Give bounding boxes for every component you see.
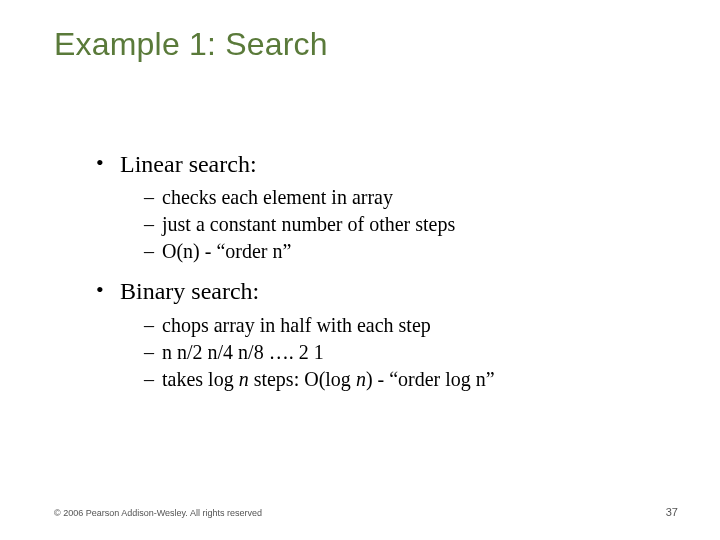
- sub-item: chops array in half with each step: [120, 312, 676, 339]
- bullet-label: Linear search:: [120, 151, 257, 177]
- sub-list: checks each element in array just a cons…: [120, 184, 676, 265]
- sub-list: chops array in half with each step n n/2…: [120, 312, 676, 393]
- bullet-item: Binary search: chops array in half with …: [96, 275, 676, 392]
- sub-text: ) - “order log n”: [366, 368, 495, 390]
- italic-n: n: [356, 368, 366, 390]
- slide-title: Example 1: Search: [54, 26, 328, 63]
- sub-item: checks each element in array: [120, 184, 676, 211]
- slide: Example 1: Search Linear search: checks …: [0, 0, 720, 540]
- sub-text: steps: O(log: [249, 368, 356, 390]
- bullet-item: Linear search: checks each element in ar…: [96, 148, 676, 265]
- sub-item: O(n) - “order n”: [120, 238, 676, 265]
- footer-page-number: 37: [666, 506, 678, 518]
- sub-text: takes log: [162, 368, 239, 390]
- slide-content: Linear search: checks each element in ar…: [96, 148, 676, 403]
- italic-n: n: [239, 368, 249, 390]
- bullet-label: Binary search:: [120, 278, 259, 304]
- sub-item: just a constant number of other steps: [120, 211, 676, 238]
- bullet-list: Linear search: checks each element in ar…: [96, 148, 676, 393]
- footer-copyright: © 2006 Pearson Addison-Wesley. All right…: [54, 508, 262, 518]
- sub-item: n n/2 n/4 n/8 …. 2 1: [120, 339, 676, 366]
- sub-item: takes log n steps: O(log n) - “order log…: [120, 366, 676, 393]
